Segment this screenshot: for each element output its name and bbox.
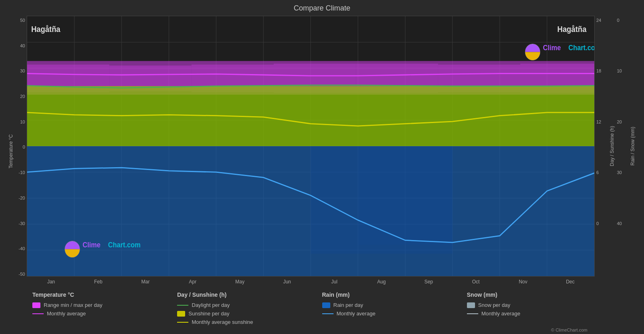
legend-col-rain: Rain (mm) Rain per day Monthly average [322,291,467,325]
y-left-tick-40: 40 [20,43,25,48]
x-tick-oct: Oct [452,279,500,285]
legend-item-rain-avg: Monthly average [322,311,467,317]
legend-title-temperature: Temperature °C [32,291,177,298]
y-right-outer-10: 10 [617,68,622,73]
legend-item-temp-range: Range min / max per day [32,302,177,308]
x-tick-jul: Jul [311,279,358,285]
footer-credit: © ClimeChart.com [8,328,636,334]
chart-plot: Clime Chart.com Clime Chart.com Hagåtña … [27,16,595,277]
y-right-inner-18: 18 [596,68,601,73]
legend-item-sunshine-per-day: Sunshine per day [177,311,322,317]
legend-swatch-temp-range [32,302,40,308]
y-right-outer-40: 40 [617,221,622,226]
legend-title-rain: Rain (mm) [322,291,467,298]
y-axis-right-outer: 0 10 20 30 40 40 [615,16,629,287]
svg-rect-29 [27,86,594,146]
y-left-tick-m40: -40 [19,246,25,251]
y-left-tick-m10: -10 [19,170,25,175]
y-left-tick-30: 30 [20,68,25,73]
y-axis-right-inner-label: Day / Sunshine (h) [609,126,615,166]
y-axis-right-inner: 24 18 12 6 0 0 [595,16,609,287]
svg-rect-32 [358,146,452,245]
legend-col-temperature: Temperature °C Range min / max per day M… [32,291,177,325]
x-tick-feb: Feb [75,279,122,285]
y-left-tick-m20: -20 [19,196,25,200]
legend-item-snow-per-day: Snow per day [467,302,612,308]
svg-text:Clime: Clime [543,44,561,52]
x-axis: Jan Feb Mar Apr May Jun Jul Aug Sep Oct … [27,277,595,287]
y-right-inner-6: 6 [596,170,599,175]
y-right-outer-20: 20 [617,119,622,124]
legend-item-daylight: Daylight per day [177,302,322,308]
legend-col-snow: Snow (mm) Snow per day Monthly average [467,291,612,325]
legend-item-temp-avg: Monthly average [32,311,177,317]
svg-text:Chart.com: Chart.com [108,241,140,249]
x-tick-jan: Jan [27,279,75,285]
x-tick-jun: Jun [264,279,311,285]
y-left-tick-20: 20 [20,94,25,99]
svg-text:Hagåtña: Hagåtña [31,25,60,34]
y-axis-right-outer-label: Rain / Snow (mm) [630,127,636,166]
y-right-inner-12: 12 [596,119,601,124]
legend-line-daylight [177,305,188,306]
svg-text:Hagåtña: Hagåtña [557,25,587,34]
y-right-inner-0: 0 [596,221,599,226]
legend-swatch-sunshine [177,311,185,317]
legend-title-sunshine: Day / Sunshine (h) [177,291,322,298]
legend-line-snow-avg [467,313,478,314]
x-tick-mar: Mar [122,279,169,285]
legend-swatch-snow [467,302,475,308]
legend-item-sunshine-avg: Monthly average sunshine [177,319,322,325]
legend-title-snow: Snow (mm) [467,291,612,298]
y-right-inner-24: 24 [596,18,601,23]
legend-line-rain-avg [322,313,334,314]
x-tick-aug: Aug [358,279,405,285]
legend-line-sunshine-avg [177,322,188,323]
legend-item-rain-per-day: Rain per day [322,302,467,308]
y-left-tick-50: 50 [20,18,25,23]
y-axis-left-label: Temperature °C [8,134,14,168]
x-tick-sep: Sep [405,279,452,285]
legend-area: Temperature °C Range min / max per day M… [8,287,636,328]
y-left-tick-0: 0 [23,145,25,149]
svg-text:Clime: Clime [82,241,100,249]
legend-swatch-rain [322,302,330,308]
x-tick-dec: Dec [547,279,594,285]
y-left-tick-m50: -50 [19,272,25,277]
legend-col-sunshine: Day / Sunshine (h) Daylight per day Suns… [177,291,322,325]
svg-text:Chart.com: Chart.com [568,44,594,52]
x-tick-may: May [216,279,264,285]
y-right-outer-30: 30 [617,170,622,175]
legend-item-snow-avg: Monthly average [467,311,612,317]
chart-title: Compare Climate [8,4,636,13]
y-left-tick-10: 10 [20,119,25,124]
legend-line-temp-avg [32,313,44,314]
y-right-outer-0: 0 [617,18,619,23]
x-tick-apr: Apr [169,279,216,285]
y-left-tick-m30: -30 [19,221,25,226]
x-tick-nov: Nov [500,279,547,285]
